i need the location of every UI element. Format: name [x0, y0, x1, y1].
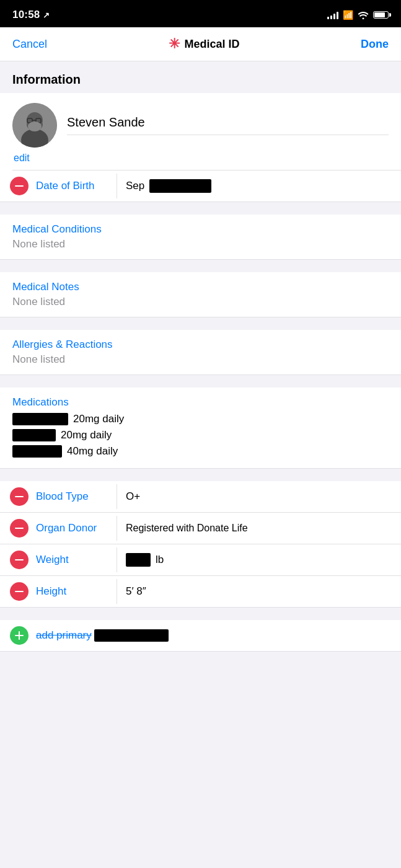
med-dose-2: 20mg daily [61, 429, 112, 441]
remove-blood-type-button[interactable] [10, 487, 29, 506]
organ-donor-label: Organ Donor [36, 522, 117, 534]
dob-month: Sep [126, 180, 144, 192]
form-separator [117, 579, 117, 604]
time-display: 10:58 [12, 9, 40, 21]
section-gap [0, 260, 401, 272]
medication-item-2: 20mg daily [12, 427, 389, 443]
dob-redacted [149, 179, 211, 193]
weight-label: Weight [36, 554, 117, 566]
blood-type-card: Blood Type O+ Organ Donor Registered wit… [0, 481, 401, 608]
profile-info: Steven Sande [12, 103, 389, 148]
weight-row: Weight lb [0, 544, 401, 575]
app-container: Cancel ✳ Medical ID Done Information [0, 27, 401, 868]
edit-button[interactable]: edit [14, 153, 389, 164]
form-separator [117, 547, 117, 572]
status-icons: 📶 [327, 10, 389, 20]
medical-notes-value: None listed [12, 296, 389, 308]
section-gap [0, 608, 401, 620]
medication-item-1: 20mg daily [12, 411, 389, 427]
allergies-card: Allergies & Reactions None listed [0, 330, 401, 375]
organ-donor-value: Registered with Donate Life [126, 523, 401, 534]
wifi-icon: 📶 [343, 10, 353, 20]
allergies-section: Allergies & Reactions None listed [0, 330, 401, 374]
date-of-birth-row: Date of Birth Sep [0, 170, 401, 202]
med-name-redacted-2 [12, 429, 56, 441]
height-row: Height 5′ 8″ [0, 576, 401, 607]
section-header: Information [0, 61, 401, 93]
add-language-redacted [94, 629, 169, 642]
status-bar: 10:58 ↗ 📶 [0, 0, 401, 27]
medical-conditions-section: Medical Conditions None listed [0, 215, 401, 259]
avatar-image [12, 103, 57, 148]
form-separator [117, 484, 117, 509]
battery-icon [373, 11, 389, 19]
page-title: Medical ID [185, 38, 240, 51]
status-time: 10:58 ↗ [12, 9, 50, 21]
dob-label: Date of Birth [36, 180, 117, 192]
height-label: Height [36, 585, 117, 598]
medication-item-3: 40mg daily [12, 443, 389, 459]
add-language-label: add primary [36, 629, 92, 642]
wifi-icon-svg [358, 11, 369, 19]
organ-donor-row: Organ Donor Registered with Donate Life [0, 513, 401, 544]
weight-value: lb [126, 553, 401, 567]
medications-title: Medications [12, 396, 389, 409]
blood-type-row: Blood Type O+ [0, 481, 401, 512]
cancel-button[interactable]: Cancel [12, 38, 47, 51]
remove-dob-button[interactable] [10, 177, 29, 195]
medical-conditions-card: Medical Conditions None listed [0, 215, 401, 260]
section-gap [0, 375, 401, 388]
done-button[interactable]: Done [361, 38, 389, 51]
height-value: 5′ 8″ [126, 585, 401, 598]
allergies-title: Allergies & Reactions [12, 339, 389, 351]
weight-redacted [126, 553, 151, 567]
add-language-row[interactable]: add primary [0, 620, 401, 651]
form-separator [117, 516, 117, 541]
profile-row: Steven Sande edit [0, 93, 401, 170]
add-language-button[interactable] [10, 626, 29, 645]
remove-weight-button[interactable] [10, 551, 29, 569]
remove-height-button[interactable] [10, 582, 29, 601]
weight-unit: lb [156, 554, 164, 566]
blood-type-label: Blood Type [36, 490, 117, 503]
medical-star-icon: ✳ [169, 36, 180, 52]
section-gap [0, 202, 401, 215]
nav-title: ✳ Medical ID [169, 36, 240, 52]
add-language-card: add primary [0, 620, 401, 652]
allergies-value: None listed [12, 353, 389, 366]
med-name-redacted-1 [12, 413, 68, 425]
medications-section: Medications 20mg daily 20mg daily 40mg d… [0, 388, 401, 468]
avatar-container [12, 103, 57, 148]
section-header-text: Information [12, 73, 81, 86]
medical-conditions-title: Medical Conditions [12, 223, 389, 236]
form-separator [117, 174, 117, 198]
location-icon: ↗ [43, 11, 50, 20]
nav-bar: Cancel ✳ Medical ID Done [0, 27, 401, 61]
section-gap [0, 469, 401, 481]
med-dose-1: 20mg daily [73, 413, 124, 425]
profile-name: Steven Sande [67, 115, 389, 135]
med-name-redacted-3 [12, 445, 62, 458]
remove-organ-donor-button[interactable] [10, 519, 29, 538]
medical-conditions-value: None listed [12, 238, 389, 250]
medications-card: Medications 20mg daily 20mg daily 40mg d… [0, 388, 401, 469]
avatar [12, 103, 57, 148]
medical-notes-section: Medical Notes None listed [0, 272, 401, 317]
signal-icon [327, 11, 338, 19]
section-gap [0, 317, 401, 330]
divider [0, 651, 401, 652]
medical-notes-title: Medical Notes [12, 281, 389, 293]
profile-card: Steven Sande edit Date of Birth Sep [0, 93, 401, 202]
blood-type-value: O+ [126, 490, 401, 503]
dob-value: Sep [126, 179, 401, 193]
med-dose-3: 40mg daily [67, 445, 118, 458]
medical-notes-card: Medical Notes None listed [0, 272, 401, 317]
svg-point-7 [28, 122, 42, 131]
